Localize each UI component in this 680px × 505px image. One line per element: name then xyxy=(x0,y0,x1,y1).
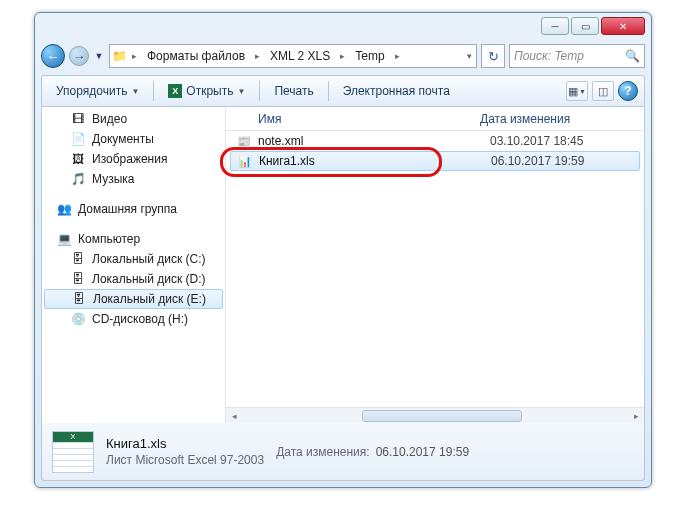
chevron-right-icon[interactable]: ▸ xyxy=(128,51,141,61)
column-name[interactable]: Имя xyxy=(226,112,480,126)
list-item[interactable]: 📰 note.xml 03.10.2017 18:45 xyxy=(226,131,644,151)
separator xyxy=(259,81,260,101)
sidebar-item-homegroup[interactable]: 👥Домашняя группа xyxy=(42,199,225,219)
breadcrumb-item[interactable]: Temp xyxy=(349,45,390,67)
view-mode-button[interactable]: ▦▼ xyxy=(566,81,588,101)
details-date-label: Дата изменения: xyxy=(276,445,370,459)
chevron-right-icon[interactable]: ▸ xyxy=(336,51,349,61)
computer-icon: 💻 xyxy=(56,232,72,246)
separator xyxy=(153,81,154,101)
separator xyxy=(328,81,329,101)
body: 🎞Видео 📄Документы 🖼Изображения 🎵Музыка 👥… xyxy=(41,107,645,423)
address-bar: ← → ▼ 📁 ▸ Форматы файлов ▸ XML 2 XLS ▸ T… xyxy=(41,41,645,71)
sidebar-item-documents[interactable]: 📄Документы xyxy=(42,129,225,149)
print-button[interactable]: Печать xyxy=(266,81,321,101)
chevron-right-icon[interactable]: ▸ xyxy=(251,51,264,61)
xls-file-icon: 📊 xyxy=(237,153,253,169)
horizontal-scrollbar[interactable]: ◂ ▸ xyxy=(226,407,644,423)
disk-icon: 🗄 xyxy=(71,292,87,306)
email-button[interactable]: Электронная почта xyxy=(335,81,458,101)
search-input[interactable]: Поиск: Temp 🔍 xyxy=(509,44,645,68)
chevron-down-icon: ▼ xyxy=(237,87,245,96)
chevron-right-icon[interactable]: ▸ xyxy=(391,51,404,61)
chevron-down-icon: ▼ xyxy=(131,87,139,96)
toolbar: Упорядочить▼ XОткрыть▼ Печать Электронна… xyxy=(41,75,645,107)
nav-pane[interactable]: 🎞Видео 📄Документы 🖼Изображения 🎵Музыка 👥… xyxy=(42,107,226,423)
breadcrumb-item[interactable]: Форматы файлов xyxy=(141,45,251,67)
folder-icon: 📁 xyxy=(110,49,128,63)
refresh-button[interactable]: ↻ xyxy=(481,44,505,68)
details-date-value: 06.10.2017 19:59 xyxy=(376,445,469,459)
forward-button[interactable]: → xyxy=(69,46,89,66)
file-date: 06.10.2017 19:59 xyxy=(491,154,584,168)
details-filetype: Лист Microsoft Excel 97-2003 xyxy=(106,453,264,467)
column-headers[interactable]: Имя Дата изменения xyxy=(226,107,644,131)
sidebar-item-disk-c[interactable]: 🗄Локальный диск (C:) xyxy=(42,249,225,269)
list-item[interactable]: 📊 Книга1.xls 06.10.2017 19:59 xyxy=(230,151,640,171)
back-button[interactable]: ← xyxy=(41,44,65,68)
maximize-button[interactable]: ▭ xyxy=(571,17,599,35)
open-button[interactable]: XОткрыть▼ xyxy=(160,81,253,101)
scroll-left-icon[interactable]: ◂ xyxy=(226,409,242,423)
details-info: Книга1.xls Лист Microsoft Excel 97-2003 xyxy=(106,436,264,467)
details-filename: Книга1.xls xyxy=(106,436,264,451)
column-date[interactable]: Дата изменения xyxy=(480,112,644,126)
document-icon: 📄 xyxy=(70,132,86,146)
details-pane: X Книга1.xls Лист Microsoft Excel 97-200… xyxy=(41,423,645,481)
disk-icon: 🗄 xyxy=(70,252,86,266)
organize-button[interactable]: Упорядочить▼ xyxy=(48,81,147,101)
homegroup-icon: 👥 xyxy=(56,202,72,216)
scrollbar-thumb[interactable] xyxy=(362,410,522,422)
breadcrumb[interactable]: 📁 ▸ Форматы файлов ▸ XML 2 XLS ▸ Temp ▸ … xyxy=(109,44,477,68)
picture-icon: 🖼 xyxy=(70,152,86,166)
help-button[interactable]: ? xyxy=(618,81,638,101)
chevron-down-icon[interactable]: ▾ xyxy=(463,51,476,61)
excel-file-icon: X xyxy=(52,431,94,473)
details-meta: Дата изменения: 06.10.2017 19:59 xyxy=(276,445,469,459)
file-date: 03.10.2017 18:45 xyxy=(490,134,583,148)
minimize-button[interactable]: ─ xyxy=(541,17,569,35)
sidebar-item-disk-e[interactable]: 🗄Локальный диск (E:) xyxy=(44,289,223,309)
file-list[interactable]: Имя Дата изменения 📰 note.xml 03.10.2017… xyxy=(226,107,644,423)
titlebar: ─ ▭ ✕ xyxy=(35,13,651,41)
music-icon: 🎵 xyxy=(70,172,86,186)
explorer-window: ─ ▭ ✕ ← → ▼ 📁 ▸ Форматы файлов ▸ XML 2 X… xyxy=(34,12,652,488)
breadcrumb-item[interactable]: XML 2 XLS xyxy=(264,45,336,67)
sidebar-item-music[interactable]: 🎵Музыка xyxy=(42,169,225,189)
file-name: Книга1.xls xyxy=(259,154,491,168)
excel-icon: X xyxy=(168,84,182,98)
search-icon: 🔍 xyxy=(625,49,640,63)
sidebar-item-video[interactable]: 🎞Видео xyxy=(42,109,225,129)
file-name: note.xml xyxy=(258,134,490,148)
xml-file-icon: 📰 xyxy=(236,133,252,149)
scroll-right-icon[interactable]: ▸ xyxy=(628,409,644,423)
cd-icon: 💿 xyxy=(70,312,86,326)
search-placeholder: Поиск: Temp xyxy=(514,49,584,63)
sidebar-item-computer[interactable]: 💻Компьютер xyxy=(42,229,225,249)
disk-icon: 🗄 xyxy=(70,272,86,286)
video-icon: 🎞 xyxy=(70,112,86,126)
sidebar-item-cd[interactable]: 💿CD-дисковод (H:) xyxy=(42,309,225,329)
close-button[interactable]: ✕ xyxy=(601,17,645,35)
history-dropdown[interactable]: ▼ xyxy=(93,46,105,66)
sidebar-item-disk-d[interactable]: 🗄Локальный диск (D:) xyxy=(42,269,225,289)
preview-pane-button[interactable]: ◫ xyxy=(592,81,614,101)
sidebar-item-pictures[interactable]: 🖼Изображения xyxy=(42,149,225,169)
